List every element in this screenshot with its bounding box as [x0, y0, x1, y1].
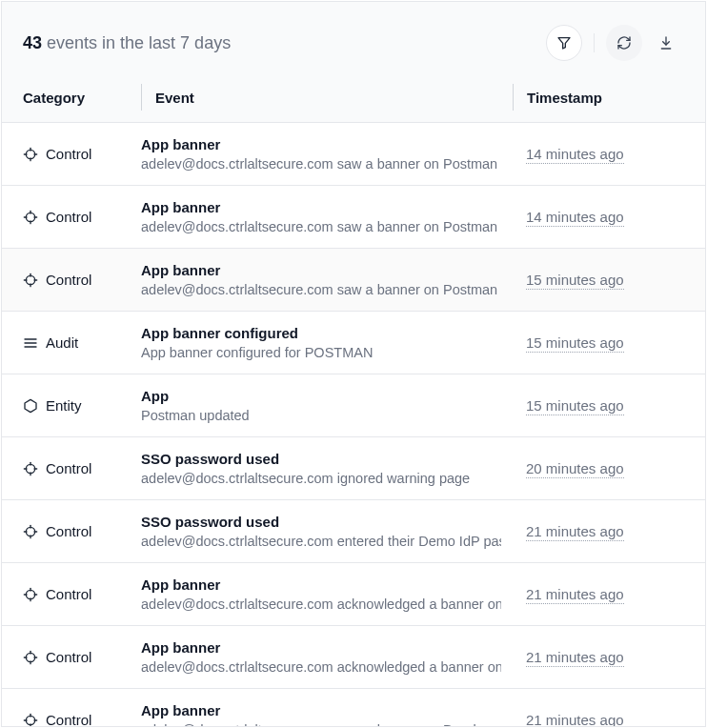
category-label: Control — [46, 523, 91, 539]
row-event: App banneradelev@docs.ctrlaltsecure.com … — [141, 136, 513, 172]
row-category: Control — [23, 460, 141, 476]
event-description: adelev@docs.ctrlaltsecure.com ignored wa… — [141, 471, 501, 486]
events-rows: ControlApp banneradelev@docs.ctrlaltsecu… — [2, 123, 705, 726]
table-row[interactable]: ControlApp banneradelev@docs.ctrlaltsecu… — [2, 626, 705, 689]
category-label: Audit — [46, 334, 78, 351]
timestamp-text[interactable]: 20 minutes ago — [526, 460, 624, 478]
svg-point-25 — [26, 527, 34, 536]
timestamp-text[interactable]: 21 minutes ago — [526, 586, 624, 604]
row-timestamp: 15 minutes ago — [513, 334, 684, 352]
table-row[interactable]: ControlApp banneradelev@docs.ctrlaltsecu… — [2, 249, 705, 312]
row-timestamp: 20 minutes ago — [513, 460, 684, 477]
row-event: App banneradelev@docs.ctrlaltsecure.com … — [141, 576, 513, 612]
column-header-category[interactable]: Category — [23, 90, 141, 106]
row-timestamp: 21 minutes ago — [513, 649, 684, 666]
timestamp-text[interactable]: 15 minutes ago — [526, 272, 624, 290]
category-label: Control — [46, 586, 91, 602]
events-header: 43 events in the last 7 days Category Ev… — [2, 2, 705, 123]
refresh-icon — [616, 35, 632, 51]
row-event: App banneradelev@docs.ctrlaltsecure.com … — [141, 639, 513, 675]
svg-point-6 — [26, 212, 34, 221]
event-description: adelev@docs.ctrlaltsecure.com saw a bann… — [141, 219, 501, 234]
table-row[interactable]: ControlApp banneradelev@docs.ctrlaltsecu… — [2, 186, 705, 249]
svg-point-35 — [26, 653, 34, 661]
row-category: Control — [23, 146, 141, 162]
event-description: App banner configured for POSTMAN — [141, 345, 501, 360]
event-title: App banner — [141, 639, 501, 656]
category-label: Entity — [46, 397, 82, 414]
table-row[interactable]: ControlApp banneradelev@docs.ctrlaltsecu… — [2, 123, 705, 186]
column-header-event[interactable]: Event — [155, 90, 513, 106]
row-category: Control — [23, 209, 141, 225]
event-description: adelev@docs.ctrlaltsecure.com saw a bann… — [141, 282, 501, 297]
svg-point-1 — [26, 150, 34, 158]
table-row[interactable]: ControlApp banneradelev@docs.ctrlaltsecu… — [2, 689, 705, 726]
row-timestamp: 14 minutes ago — [513, 146, 684, 163]
event-title: App banner — [141, 576, 501, 593]
header-divider — [141, 84, 142, 111]
timestamp-text[interactable]: 21 minutes ago — [526, 523, 624, 541]
crosshair-icon — [23, 713, 38, 727]
refresh-button[interactable] — [606, 25, 642, 61]
table-row[interactable]: ControlApp banneradelev@docs.ctrlaltsecu… — [2, 563, 705, 626]
svg-point-40 — [26, 716, 34, 724]
crosshair-icon — [23, 273, 38, 288]
event-title: App banner — [141, 262, 501, 278]
svg-point-11 — [26, 275, 34, 284]
row-event: App banneradelev@docs.ctrlaltsecure.com … — [141, 262, 513, 297]
crosshair-icon — [23, 524, 38, 539]
svg-point-20 — [26, 464, 34, 473]
timestamp-text[interactable]: 15 minutes ago — [526, 334, 624, 353]
row-event: AppPostman updated — [141, 388, 513, 423]
row-category: Control — [23, 586, 141, 602]
download-icon — [658, 35, 674, 51]
timestamp-text[interactable]: 21 minutes ago — [526, 649, 624, 667]
timestamp-text[interactable]: 14 minutes ago — [526, 146, 624, 164]
event-description: adelev@docs.ctrlaltsecure.com acknowledg… — [141, 597, 501, 612]
event-title: SSO password used — [141, 451, 501, 467]
event-title: App banner — [141, 702, 501, 718]
row-timestamp: 15 minutes ago — [513, 397, 684, 415]
row-timestamp: 14 minutes ago — [513, 209, 684, 226]
event-description: adelev@docs.ctrlaltsecure.com saw a bann… — [141, 156, 501, 172]
row-category: Audit — [23, 334, 141, 351]
crosshair-icon — [23, 147, 38, 162]
crosshair-icon — [23, 650, 38, 665]
action-separator — [594, 33, 595, 52]
column-headers: Category Event Timestamp — [23, 84, 684, 122]
event-title: App — [141, 388, 501, 404]
event-title: SSO password used — [141, 514, 501, 530]
event-description: adelev@docs.ctrlaltsecure.com saw a bann… — [141, 722, 501, 726]
row-timestamp: 15 minutes ago — [513, 272, 684, 289]
header-actions — [546, 25, 684, 61]
crosshair-icon — [23, 210, 38, 225]
row-category: Entity — [23, 397, 141, 414]
hexagon-icon — [23, 398, 38, 414]
event-title: App banner — [141, 136, 501, 152]
row-timestamp: 21 minutes ago — [513, 586, 684, 603]
svg-marker-0 — [558, 38, 570, 49]
crosshair-icon — [23, 587, 38, 602]
row-event: SSO password usedadelev@docs.ctrlaltsecu… — [141, 451, 513, 486]
category-label: Control — [46, 649, 91, 665]
download-button[interactable] — [648, 25, 684, 61]
timestamp-text[interactable]: 21 minutes ago — [526, 712, 624, 727]
row-timestamp: 21 minutes ago — [513, 712, 684, 727]
table-row[interactable]: ControlSSO password usedadelev@docs.ctrl… — [2, 437, 705, 500]
category-label: Control — [46, 272, 91, 288]
filter-button[interactable] — [546, 25, 582, 61]
list-icon — [23, 335, 38, 351]
table-row[interactable]: EntityAppPostman updated15 minutes ago — [2, 374, 705, 437]
event-title: App banner — [141, 199, 501, 215]
table-row[interactable]: AuditApp banner configuredApp banner con… — [2, 312, 705, 374]
event-description: Postman updated — [141, 408, 501, 423]
table-row[interactable]: ControlSSO password usedadelev@docs.ctrl… — [2, 500, 705, 563]
timestamp-text[interactable]: 14 minutes ago — [526, 209, 624, 227]
filter-icon — [556, 35, 572, 51]
category-label: Control — [46, 146, 91, 162]
row-event: App banneradelev@docs.ctrlaltsecure.com … — [141, 199, 513, 234]
svg-point-30 — [26, 590, 34, 598]
column-header-timestamp[interactable]: Timestamp — [527, 90, 602, 106]
timestamp-text[interactable]: 15 minutes ago — [526, 397, 624, 415]
row-event: SSO password usedadelev@docs.ctrlaltsecu… — [141, 514, 513, 549]
